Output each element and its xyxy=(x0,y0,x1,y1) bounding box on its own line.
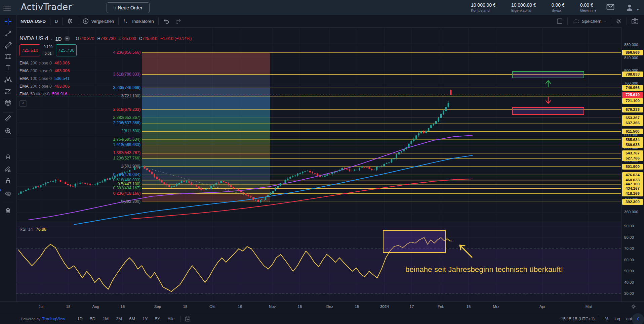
fib-level-label: 3(721.100) xyxy=(73,94,140,98)
price-axis-label: 360.000 xyxy=(624,210,638,214)
fib-price-badge: 418.166 xyxy=(622,191,643,196)
powered-by-label: Powered by xyxy=(21,317,40,321)
time-axis-label: Sep xyxy=(154,305,161,309)
time-axis-label: 18 xyxy=(183,305,188,309)
fib-level-label: 3.236(746.966) xyxy=(73,85,140,90)
fib-price-badge: 569.633 xyxy=(622,142,643,148)
time-axis-label: Mrz xyxy=(493,305,499,309)
legend-symbol[interactable]: NVDA.US-d xyxy=(19,36,48,42)
time-axis-label: 2024 xyxy=(380,305,389,309)
legend-interval: 1D xyxy=(55,36,62,42)
time-axis-label: Okt xyxy=(209,305,215,309)
fib-level-label: 1.618(569.633) xyxy=(73,142,140,147)
rsi-axis-label: 70.00 xyxy=(624,246,634,250)
annotation-text: beinahe seit Jahresbeginn technisch über… xyxy=(405,265,563,274)
time-axis-label: 15 xyxy=(298,305,302,309)
tradingview-link[interactable]: TradingView xyxy=(42,317,65,321)
fib-price-badge: 788.833 xyxy=(622,72,643,77)
collapse-panel-button[interactable]: ‹ xyxy=(632,313,644,324)
time-axis-label: Mai xyxy=(586,305,592,309)
range-button-alle[interactable]: Alle xyxy=(165,316,177,322)
rsi-axis-label: 40.00 xyxy=(624,280,634,284)
fib-level-label: 1(501.900) xyxy=(73,164,140,169)
time-axis-label: 15 xyxy=(121,305,125,309)
fib-price-badge: 679.233 xyxy=(622,107,643,112)
indicator-row: EMA200 close 0463.006 xyxy=(19,59,192,67)
fib-level-label: 2.618(679.233) xyxy=(73,107,140,112)
range-button-5d[interactable]: 5D xyxy=(87,316,98,322)
legend-collapse-button[interactable]: – xyxy=(65,36,70,41)
fib-level-label: 1.764(585.634) xyxy=(73,137,140,142)
rsi-legend: RSI1476.88 xyxy=(19,227,46,232)
price-axis-label: 880.000 xyxy=(624,43,638,47)
time-axis-label: 16 xyxy=(238,305,242,309)
fib-level-label: 3.618(788.833) xyxy=(73,72,140,77)
fib-price-badge: 501.900 xyxy=(622,164,643,170)
bottom-bar: Powered by TradingView 1D5D1M3M6M1Y5YAll… xyxy=(0,313,644,324)
time-axis-settings-icon[interactable] xyxy=(631,304,637,310)
log-scale-toggle[interactable]: log xyxy=(614,317,620,321)
percent-scale-toggle[interactable]: % xyxy=(605,317,608,321)
time-axis-label: Aug xyxy=(92,305,99,309)
fib-level-label: 0.236(418.166) xyxy=(73,191,140,196)
fib-level-label: 0(392.300) xyxy=(73,199,140,204)
range-button-5y[interactable]: 5Y xyxy=(152,316,163,322)
fib-price-badge: 611.500 xyxy=(622,129,643,134)
range-button-1y[interactable]: 1Y xyxy=(140,316,150,322)
fib-price-badge: 527.766 xyxy=(622,155,643,161)
indicator-legend-rows: EMA200 close 0463.006EMA200 close 0463.0… xyxy=(19,59,192,98)
fib-level-label: 2(611.500) xyxy=(73,129,140,133)
fib-price-badge: 746.966 xyxy=(622,85,643,91)
time-axis-label: 17 xyxy=(410,305,414,309)
rsi-axis-label: 80.00 xyxy=(624,235,634,239)
range-button-1m[interactable]: 1M xyxy=(100,316,111,322)
rsi-value: 76.88 xyxy=(36,227,46,232)
time-axis-label: Feb xyxy=(438,305,444,309)
fib-price-badge: 856.566 xyxy=(622,50,643,55)
ohlc-values: O740.870H743.730L725.000C725.610−1.010 (… xyxy=(76,36,192,41)
fib-level-label: 2.382(653.367) xyxy=(73,115,140,120)
time-axis-label: 18 xyxy=(66,305,71,309)
fib-level-label: 1.382(543.767) xyxy=(73,150,140,155)
rsi-axis-label: 30.00 xyxy=(624,291,634,295)
rsi-axis-label: 60.00 xyxy=(624,258,634,262)
fib-level-label: 2.236(637.366) xyxy=(73,121,140,125)
fib-level-label: 1.236(527.766) xyxy=(73,156,140,160)
trading-app: ActivTrader™ + Neue Order 10 000.00 €Kon… xyxy=(0,0,644,324)
legend-collapse-caret[interactable]: ˄ xyxy=(19,100,27,107)
fib-price-badge: 392.300 xyxy=(622,199,643,205)
time-axis-label: Nov xyxy=(269,305,276,309)
time-axis[interactable]: Jul18Aug15Sep18Okt16Nov15Dez15202417Feb1… xyxy=(0,302,644,313)
time-axis-label: Dez xyxy=(326,305,333,309)
fib-level-label: 4.236(856.566) xyxy=(73,50,140,55)
range-button-6m[interactable]: 6M xyxy=(127,316,138,322)
fib-price-badge: 721.100 xyxy=(622,98,643,104)
sell-button[interactable]: 725.610 xyxy=(19,44,40,56)
spread-box: 0.120 0.01 xyxy=(40,44,56,56)
range-button-1d[interactable]: 1D xyxy=(75,316,85,322)
fib-level-label: 0.382(434.167) xyxy=(73,186,140,190)
time-axis-label: 15 xyxy=(355,305,359,309)
fib-price-badge: 637.366 xyxy=(622,120,643,126)
time-axis-label: Jul xyxy=(39,305,44,309)
rsi-axis-label: 50.00 xyxy=(624,269,634,273)
current-price-badge: 725.610 xyxy=(622,92,643,98)
rsi-axis-label: 90.00 xyxy=(624,224,634,228)
range-buttons: 1D5D1M3M6M1Y5YAlle xyxy=(75,316,177,322)
time-axis-label: Apr xyxy=(539,305,546,309)
goto-date-button[interactable] xyxy=(184,315,191,323)
clock-label[interactable]: 15:15:15 (UTC+1) xyxy=(561,317,595,321)
price-axis[interactable]: 360.000400.000440.000480.000520.000560.0… xyxy=(621,27,644,302)
price-axis-label: 840.000 xyxy=(624,56,638,60)
range-button-3m[interactable]: 3M xyxy=(113,316,124,322)
fib-level-label: 0.764(476.034) xyxy=(73,172,140,177)
time-axis-label: 15 xyxy=(467,305,471,309)
